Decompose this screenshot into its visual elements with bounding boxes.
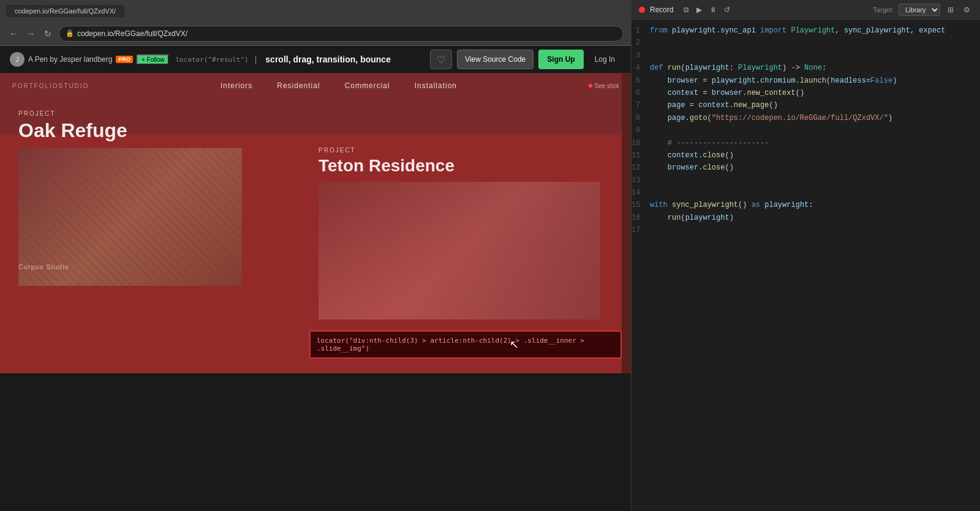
code-text: browser = playwright.chromium.launch(hea… bbox=[650, 75, 897, 87]
studio-name: Corpus Studio bbox=[18, 263, 69, 270]
code-line: 5 browser = playwright.chromium.launch(h… bbox=[631, 75, 980, 87]
copy-button[interactable]: ⧉ bbox=[681, 4, 692, 15]
line-number: 2 bbox=[631, 37, 650, 49]
see-shot: See shot bbox=[589, 83, 619, 89]
line-number: 17 bbox=[631, 224, 650, 236]
line-number: 13 bbox=[631, 174, 650, 187]
project2-image[interactable] bbox=[318, 182, 600, 319]
code-editor[interactable]: 1from playwright.sync_api import Playwri… bbox=[631, 20, 980, 511]
code-text: context = browser.new_context() bbox=[650, 87, 804, 99]
project1-title: Oak Refuge bbox=[18, 119, 245, 142]
line-number: 14 bbox=[631, 187, 650, 199]
code-text: with sync_playwright() as playwright: bbox=[650, 199, 813, 211]
site-nav: Interiors Residential Commercial Install… bbox=[221, 81, 457, 90]
settings-button[interactable]: ⚙ bbox=[961, 4, 973, 15]
site-header: PortfolioStudio Interiors Residential Co… bbox=[0, 73, 631, 98]
code-line: 14 bbox=[631, 187, 980, 199]
code-line: 9 bbox=[631, 124, 980, 136]
pen-author: J A Pen by Jesper landberg PRO + Follow bbox=[10, 52, 169, 67]
project-card-1: Project Oak Refuge bbox=[18, 110, 245, 286]
target-label: Target: bbox=[873, 6, 894, 13]
play-button[interactable]: ▶ bbox=[694, 4, 704, 15]
record-indicator bbox=[639, 7, 645, 13]
code-text: page = context.new_page() bbox=[650, 99, 778, 111]
view-source-button[interactable]: View Source Code bbox=[457, 50, 533, 69]
target-dropdown[interactable]: Library bbox=[899, 4, 940, 16]
signup-button[interactable]: Sign Up bbox=[538, 50, 583, 69]
follow-button[interactable]: + Follow bbox=[137, 54, 170, 65]
record-label: Record bbox=[650, 6, 674, 14]
nav-residential[interactable]: Residential bbox=[277, 81, 320, 90]
avatar: J bbox=[10, 52, 24, 67]
project1-label: Project bbox=[18, 110, 245, 117]
reset-button[interactable]: ↺ bbox=[722, 4, 733, 15]
line-number: 12 bbox=[631, 162, 650, 174]
code-text: run(playwright) bbox=[650, 212, 734, 224]
back-button[interactable]: ← bbox=[7, 28, 20, 40]
reload-button[interactable]: ↻ bbox=[42, 28, 54, 40]
tab-bar: codepen.io/ReGGae/full/QZxdVX/ bbox=[0, 0, 631, 21]
separator: | bbox=[255, 54, 257, 64]
address-bar[interactable]: 🔒 codepen.io/ReGGae/full/QZxdVX/ bbox=[59, 26, 624, 42]
code-line: 13 bbox=[631, 174, 980, 187]
expand-button[interactable]: ⊞ bbox=[945, 4, 956, 15]
site-logo: PortfolioStudio bbox=[12, 83, 89, 89]
dot-icon bbox=[589, 84, 592, 88]
project-card-2: Project Teton Residence bbox=[318, 147, 600, 319]
project2-label: Project bbox=[318, 147, 600, 154]
empty-area bbox=[0, 373, 631, 511]
codepen-header: J A Pen by Jesper landberg PRO + Follow … bbox=[0, 46, 631, 73]
code-line: 3 bbox=[631, 50, 980, 62]
lock-icon: 🔒 bbox=[66, 29, 74, 37]
code-line: 10 # --------------------- bbox=[631, 137, 980, 149]
line-number: 10 bbox=[631, 137, 650, 149]
forward-button[interactable]: → bbox=[24, 28, 37, 40]
pause-button[interactable]: ⏸ bbox=[707, 4, 719, 15]
code-line: 1from playwright.sync_api import Playwri… bbox=[631, 24, 980, 37]
code-line: 6 context = browser.new_context() bbox=[631, 87, 980, 99]
code-line: 2 bbox=[631, 37, 980, 49]
active-tab[interactable]: codepen.io/ReGGae/full/QZxdVX/ bbox=[6, 5, 124, 17]
toolbar-icons: ⧉ ▶ ⏸ ↺ bbox=[681, 4, 733, 15]
code-line: 7 page = context.new_page() bbox=[631, 99, 980, 111]
line-number: 8 bbox=[631, 112, 650, 124]
code-text: def run(playwright: Playwright) -> None: bbox=[650, 62, 826, 74]
line-number: 5 bbox=[631, 75, 650, 87]
line-number: 7 bbox=[631, 99, 650, 111]
code-line: 11 context.close() bbox=[631, 149, 980, 162]
url-text: codepen.io/ReGGae/full/QZxdVX/ bbox=[77, 29, 187, 38]
locator-tooltip: locator("div:nth-child(3) > article:nth-… bbox=[309, 330, 622, 359]
line-number: 11 bbox=[631, 149, 650, 162]
browser-controls: ← → ↻ 🔒 codepen.io/ReGGae/full/QZxdVX/ bbox=[0, 21, 631, 46]
heart-button[interactable]: ♡ bbox=[430, 50, 452, 69]
line-number: 6 bbox=[631, 87, 650, 99]
line-number: 15 bbox=[631, 199, 650, 211]
nav-commercial[interactable]: Commercial bbox=[345, 81, 390, 90]
code-text: from playwright.sync_api import Playwrig… bbox=[650, 24, 946, 37]
locator-display: locator("#result") bbox=[175, 56, 248, 64]
code-line: 15with sync_playwright() as playwright: bbox=[631, 199, 980, 211]
line-number: 4 bbox=[631, 62, 650, 74]
line-number: 1 bbox=[631, 24, 650, 37]
code-line: 4def run(playwright: Playwright) -> None… bbox=[631, 62, 980, 74]
line-number: 9 bbox=[631, 124, 650, 136]
code-text: page.goto("https://codepen.io/ReGGae/ful… bbox=[650, 112, 892, 124]
login-button[interactable]: Log In bbox=[589, 50, 621, 69]
code-text: # --------------------- bbox=[650, 137, 769, 149]
line-number: 3 bbox=[631, 50, 650, 62]
playwright-toolbar: Record ⧉ ▶ ⏸ ↺ Target: Library ⊞ ⚙ bbox=[631, 0, 980, 20]
code-text: browser.close() bbox=[650, 162, 734, 174]
code-text: context.close() bbox=[650, 149, 734, 162]
exterior-image bbox=[318, 182, 600, 319]
nav-interiors[interactable]: Interiors bbox=[221, 81, 252, 90]
author-name: A Pen by Jesper landberg bbox=[28, 55, 112, 64]
nav-installation[interactable]: Installation bbox=[415, 81, 457, 90]
code-line: 12 browser.close() bbox=[631, 162, 980, 174]
line-number: 16 bbox=[631, 212, 650, 224]
locator-code-text: locator("div:nth-child(3) > article:nth-… bbox=[317, 337, 614, 352]
project2-title: Teton Residence bbox=[318, 156, 600, 176]
header-actions: ♡ View Source Code Sign Up Log In bbox=[430, 50, 621, 69]
code-line: 16 run(playwright) bbox=[631, 212, 980, 224]
playwright-panel: Record ⧉ ▶ ⏸ ↺ Target: Library ⊞ ⚙ 1from… bbox=[631, 0, 980, 511]
pro-badge: PRO bbox=[116, 56, 133, 63]
